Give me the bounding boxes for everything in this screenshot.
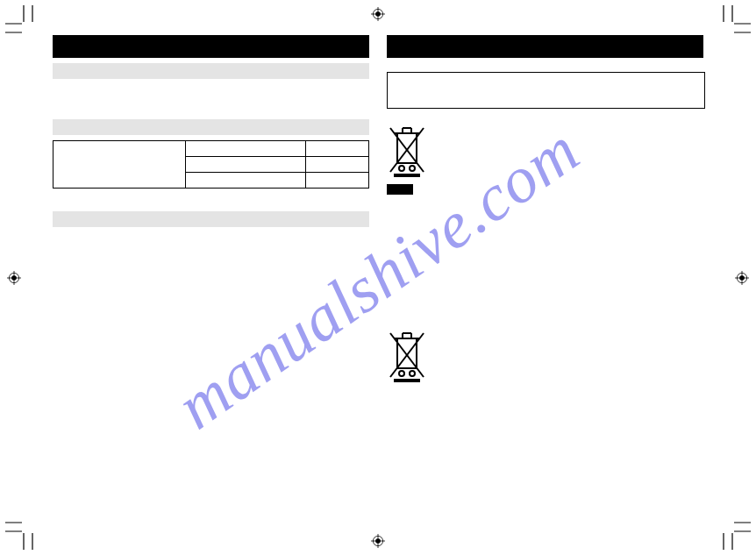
table-cell [305, 141, 368, 157]
svg-point-22 [410, 166, 415, 171]
registration-mark-icon [735, 271, 749, 285]
registration-mark-icon [7, 271, 21, 285]
crop-mark-icon [5, 515, 40, 550]
right-column [387, 35, 703, 520]
table-cell [305, 173, 368, 189]
table-cell [53, 141, 186, 189]
notice-box [387, 72, 705, 109]
weee-bin-icon [387, 331, 427, 382]
section-header-bar [53, 35, 369, 58]
black-chip [387, 184, 413, 195]
table-cell [305, 157, 368, 173]
table-row [53, 141, 369, 157]
svg-point-32 [399, 371, 404, 376]
table-cell [186, 173, 306, 189]
crop-mark-icon [716, 515, 751, 550]
weee-bin-icon [387, 126, 427, 177]
svg-point-33 [410, 371, 415, 376]
svg-point-21 [399, 166, 404, 171]
registration-mark-icon [371, 7, 385, 21]
table-cell [186, 141, 306, 157]
section-header-bar [387, 35, 703, 58]
table-cell [186, 157, 306, 173]
crop-mark-icon [716, 5, 751, 40]
spec-table [53, 140, 369, 189]
left-column [53, 35, 369, 520]
registration-mark-icon [371, 534, 385, 548]
subsection-bar [53, 119, 369, 135]
crop-mark-icon [5, 5, 40, 40]
subsection-bar [53, 63, 369, 79]
document-page [53, 35, 703, 520]
subsection-bar [53, 211, 369, 227]
